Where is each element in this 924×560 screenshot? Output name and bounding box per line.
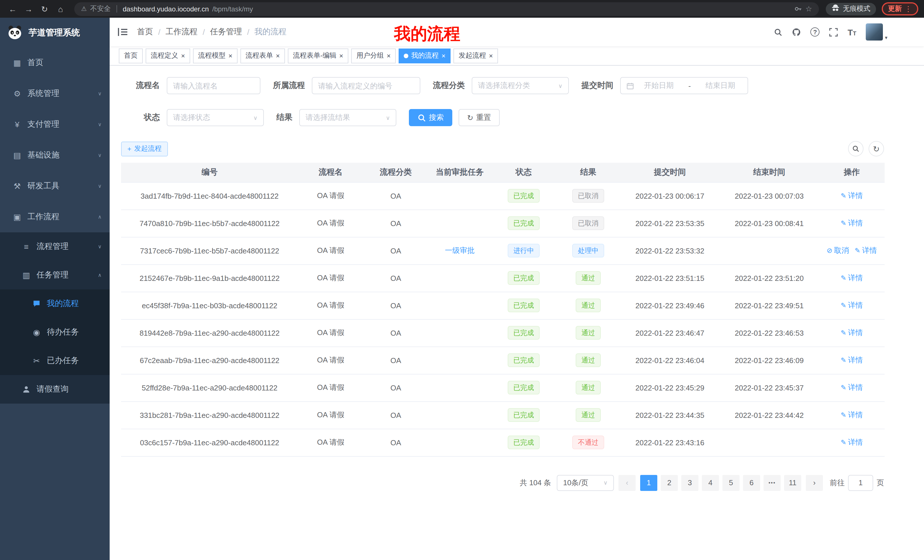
page-button-6[interactable]: 6 bbox=[743, 475, 760, 491]
user-menu[interactable]: ▾ bbox=[866, 23, 888, 40]
sidebar-item-payment[interactable]: ¥ 支付管理 ∨ bbox=[0, 109, 110, 140]
sidebar-item-todo-tasks[interactable]: ◉ 待办任务 bbox=[0, 318, 110, 346]
avatar[interactable] bbox=[866, 23, 883, 40]
detail-link[interactable]: ✎详情 bbox=[841, 218, 863, 228]
sidebar-item-done-tasks[interactable]: ✂ 已办任务 bbox=[0, 346, 110, 375]
sidebar-item-workflow[interactable]: ▣ 工作流程 ∧ bbox=[0, 202, 110, 232]
tab-首页[interactable]: 首页 bbox=[119, 48, 143, 63]
category-label: 流程分类 bbox=[433, 81, 465, 91]
page-button-11[interactable]: 11 bbox=[784, 475, 801, 491]
page-ellipsis[interactable]: ••• bbox=[764, 475, 781, 491]
tab-close-icon[interactable]: × bbox=[387, 52, 391, 59]
sidebar-item-process-management[interactable]: ≡ 流程管理 ∨ bbox=[0, 232, 110, 261]
detail-link[interactable]: ✎详情 bbox=[855, 246, 877, 256]
page-size-select[interactable]: 10条/页 ∨ bbox=[557, 475, 614, 491]
breadcrumb-item[interactable]: 首页 bbox=[137, 27, 153, 37]
sidebar-item-task-management[interactable]: ▥ 任务管理 ∧ bbox=[0, 261, 110, 289]
tab-close-icon[interactable]: × bbox=[228, 52, 232, 59]
bookmark-star-icon[interactable]: ☆ bbox=[806, 4, 812, 13]
date-range-picker[interactable]: 开始日期 - 结束日期 bbox=[620, 77, 748, 94]
browser-forward-icon[interactable]: → bbox=[22, 2, 35, 16]
tab-流程表单-编辑[interactable]: 流程表单-编辑× bbox=[288, 48, 348, 63]
status-tag: 已完成 bbox=[508, 326, 540, 340]
tab-label: 流程模型 bbox=[198, 51, 226, 60]
browser-home-icon[interactable]: ⌂ bbox=[54, 2, 68, 16]
refresh-table-button[interactable]: ↻ bbox=[868, 141, 884, 156]
pagination-total: 共 104 条 bbox=[520, 478, 551, 488]
detail-link[interactable]: ✎详情 bbox=[841, 437, 863, 448]
cell-end-time bbox=[720, 429, 819, 456]
browser-back-icon[interactable]: ← bbox=[6, 2, 20, 16]
tab-流程表单[interactable]: 流程表单× bbox=[240, 48, 285, 63]
help-icon[interactable]: ? bbox=[810, 27, 819, 36]
fullscreen-icon[interactable] bbox=[829, 28, 838, 36]
tab-close-icon[interactable]: × bbox=[276, 52, 280, 59]
cell-id: 7317cec6-7b9b-11ec-b5b7-acde48001122 bbox=[121, 237, 298, 264]
current-task-link[interactable]: 一级审批 bbox=[445, 246, 475, 256]
page-button-4[interactable]: 4 bbox=[702, 475, 719, 491]
cell-category: OA bbox=[363, 264, 428, 292]
page-button-2[interactable]: 2 bbox=[661, 475, 678, 491]
breadcrumb-item[interactable]: 任务管理 bbox=[210, 27, 242, 37]
page-button-3[interactable]: 3 bbox=[681, 475, 698, 491]
process-input[interactable] bbox=[318, 81, 414, 90]
browser-update-button[interactable]: 更新 ⋮ bbox=[882, 2, 918, 15]
page-button-5[interactable]: 5 bbox=[722, 475, 740, 491]
breadcrumb-item[interactable]: 工作流程 bbox=[166, 27, 198, 37]
search-icon[interactable] bbox=[774, 28, 782, 36]
address-bar[interactable]: ⚠ 不安全 dashboard.yudao.iocoder.cn /bpm/ta… bbox=[74, 2, 819, 16]
tab-我的流程[interactable]: 我的流程× bbox=[399, 48, 451, 63]
detail-link[interactable]: ✎详情 bbox=[841, 355, 863, 365]
process-input-wrap bbox=[312, 77, 420, 94]
start-process-button[interactable]: + 发起流程 bbox=[121, 141, 168, 156]
security-label: 不安全 bbox=[90, 4, 111, 14]
tab-流程定义[interactable]: 流程定义× bbox=[146, 48, 190, 63]
tab-label: 流程表单-编辑 bbox=[293, 51, 336, 60]
sidebar-item-leave-query[interactable]: 请假查询 bbox=[0, 375, 110, 404]
status-tag: 已完成 bbox=[508, 381, 540, 394]
tab-close-icon[interactable]: × bbox=[441, 52, 446, 59]
sidebar-item-home[interactable]: ▦ 首页 bbox=[0, 47, 110, 78]
detail-link[interactable]: ✎详情 bbox=[841, 191, 863, 201]
font-size-icon[interactable]: TT bbox=[848, 27, 856, 37]
page-button-1[interactable]: 1 bbox=[640, 475, 657, 491]
sidebar-item-my-process[interactable]: 我的流程 bbox=[0, 289, 110, 318]
tab-close-icon[interactable]: × bbox=[181, 52, 185, 59]
sidebar-item-devtools[interactable]: ⚒ 研发工具 ∨ bbox=[0, 171, 110, 202]
tab-close-icon[interactable]: × bbox=[339, 52, 343, 59]
name-input[interactable] bbox=[173, 81, 254, 90]
tab-发起流程[interactable]: 发起流程× bbox=[453, 48, 498, 63]
goto-page-input[interactable] bbox=[848, 475, 873, 491]
detail-link[interactable]: ✎详情 bbox=[841, 410, 863, 420]
status-select[interactable]: 请选择状态 ∨ bbox=[167, 109, 264, 126]
prev-page-button[interactable]: ‹ bbox=[618, 475, 636, 491]
sidebar-item-label: 我的流程 bbox=[47, 298, 79, 309]
hamburger-icon[interactable] bbox=[118, 27, 128, 36]
result-select[interactable]: 请选择流结果 ∨ bbox=[299, 109, 396, 126]
detail-link[interactable]: ✎详情 bbox=[841, 300, 863, 310]
cell-status: 已完成 bbox=[491, 346, 556, 374]
tab-close-icon[interactable]: × bbox=[489, 52, 493, 59]
sidebar-item-system[interactable]: ⚙ 系统管理 ∨ bbox=[0, 78, 110, 109]
category-select[interactable]: 请选择流程分类 ∨ bbox=[472, 77, 569, 94]
reset-button[interactable]: ↻ 重置 bbox=[459, 109, 500, 126]
tab-用户分组[interactable]: 用户分组× bbox=[351, 48, 396, 63]
detail-link[interactable]: ✎详情 bbox=[841, 382, 863, 393]
tab-流程模型[interactable]: 流程模型× bbox=[193, 48, 238, 63]
search-button[interactable]: 搜索 bbox=[409, 109, 452, 126]
status-label: 状态 bbox=[129, 112, 160, 123]
detail-link[interactable]: ✎详情 bbox=[841, 273, 863, 283]
sidebar-item-label: 待办任务 bbox=[47, 327, 79, 337]
next-page-button[interactable]: › bbox=[806, 475, 823, 491]
cell-actions: ⊘取消✎详情 bbox=[819, 237, 885, 264]
cancel-link[interactable]: ⊘取消 bbox=[826, 246, 849, 256]
browser-menu-icon[interactable]: ⋮ bbox=[904, 4, 912, 13]
toggle-search-button[interactable] bbox=[848, 141, 864, 156]
browser-reload-icon[interactable]: ↻ bbox=[38, 2, 51, 16]
detail-link[interactable]: ✎详情 bbox=[841, 328, 863, 338]
sidebar-item-label: 工作流程 bbox=[27, 212, 59, 222]
sidebar-item-infrastructure[interactable]: ▤ 基础设施 ∨ bbox=[0, 140, 110, 171]
password-key-icon[interactable] bbox=[795, 5, 802, 13]
github-icon[interactable] bbox=[792, 28, 801, 36]
tab-label: 发起流程 bbox=[459, 51, 486, 60]
